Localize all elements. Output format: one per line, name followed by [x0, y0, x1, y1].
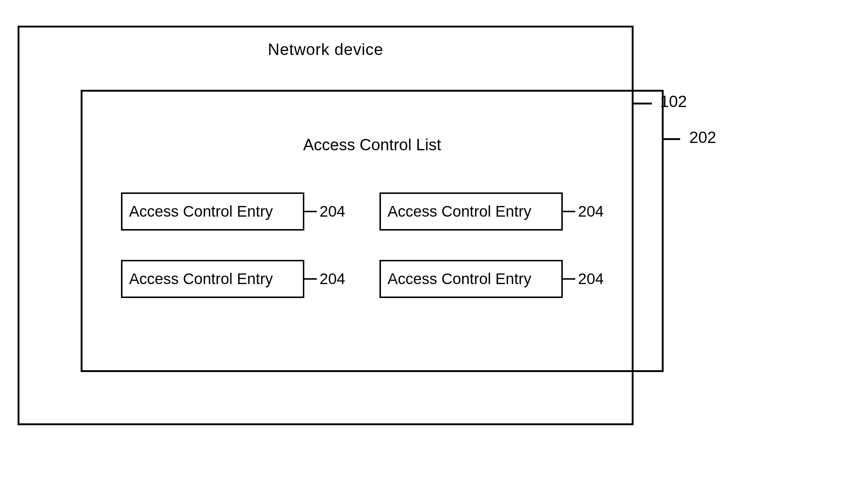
access-control-entry-ref: 204	[315, 270, 368, 288]
access-control-entry-box: Access Control Entry	[379, 192, 563, 231]
access-control-entry-ref: 204	[574, 270, 627, 288]
network-device-ref: 102	[660, 92, 687, 111]
access-control-list-ref: 202	[689, 128, 716, 147]
access-control-entry-label: Access Control Entry	[388, 270, 531, 287]
access-control-entries-grid: Access Control Entry 204 Access Control …	[121, 192, 627, 298]
access-control-entry-label: Access Control Entry	[129, 203, 273, 220]
access-control-entry-box: Access Control Entry	[121, 260, 304, 298]
reference-tick-icon	[304, 278, 317, 280]
access-control-entry-label: Access Control Entry	[388, 203, 531, 220]
access-control-entry-box: Access Control Entry	[121, 192, 304, 231]
access-control-entry-ref: 204	[574, 203, 627, 220]
reference-tick-icon	[664, 138, 680, 140]
reference-tick-icon	[304, 211, 317, 212]
access-control-entry-ref: 204	[315, 203, 368, 220]
access-control-entry-box: Access Control Entry	[379, 260, 563, 298]
reference-tick-icon	[563, 278, 575, 280]
network-device-title: Network device	[268, 40, 384, 59]
access-control-list-box: Access Control List Access Control Entry…	[81, 90, 664, 372]
reference-tick-icon	[563, 211, 575, 212]
access-control-list-title: Access Control List	[303, 136, 441, 154]
access-control-entry-label: Access Control Entry	[129, 270, 273, 287]
